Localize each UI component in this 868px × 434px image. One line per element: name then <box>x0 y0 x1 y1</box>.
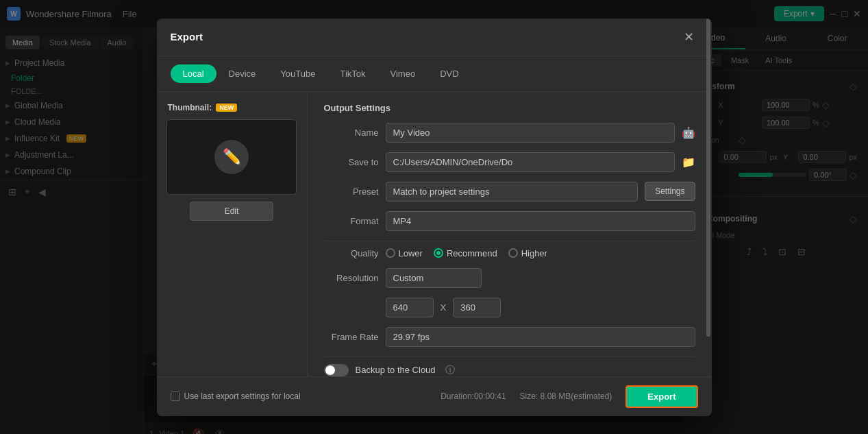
resolution-select[interactable]: Custom <box>386 268 482 288</box>
preset-select[interactable]: Match to project settings <box>386 182 638 202</box>
name-input[interactable] <box>386 123 675 143</box>
tab-device[interactable]: Device <box>216 64 269 83</box>
resolution-row: Resolution Custom <box>324 268 695 288</box>
quality-radio-group: Lower Recommend Higher <box>386 248 695 258</box>
quality-higher[interactable]: Higher <box>508 248 547 258</box>
dialog-title: Export <box>171 31 203 43</box>
export-dialog: Export ✕ Local Device YouTube TikTok Vim… <box>157 19 712 416</box>
thumbnail-badge: NEW <box>216 104 237 112</box>
frame-rate-row: Frame Rate 29.97 fps <box>324 327 695 347</box>
tab-vimeo[interactable]: Vimeo <box>378 64 428 83</box>
quality-row: Quality Lower Recommend Higher <box>324 248 695 258</box>
dialog-body: Thumbnail: NEW ✏️ Edit Output Settings <box>157 92 712 376</box>
quality-label: Quality <box>324 248 379 258</box>
thumbnail-label: Thumbnail: NEW <box>168 103 238 112</box>
format-select[interactable]: MP4 <box>386 211 695 231</box>
save-to-label: Save to <box>324 157 379 167</box>
radio-higher-circle <box>508 248 518 258</box>
x-separator: X <box>441 302 447 313</box>
radio-lower-circle <box>386 248 395 258</box>
dialog-header: Export ✕ <box>157 19 712 56</box>
name-label: Name <box>324 128 379 138</box>
tab-youtube[interactable]: YouTube <box>268 64 327 83</box>
dialog-left: Thumbnail: NEW ✏️ Edit <box>157 92 308 376</box>
ai-icon[interactable]: 🤖 <box>682 126 695 139</box>
tab-tiktok[interactable]: TikTok <box>327 64 377 83</box>
thumbnail-preview: ✏️ <box>166 119 297 195</box>
name-row: Name 🤖 <box>324 123 695 143</box>
scrollbar[interactable] <box>706 92 710 376</box>
width-input[interactable] <box>386 298 434 317</box>
folder-icon[interactable]: 📁 <box>682 156 695 169</box>
frame-rate-select[interactable]: 29.97 fps <box>386 327 695 347</box>
pencil-icon: ✏️ <box>223 148 241 166</box>
radio-recommend-circle <box>434 248 443 258</box>
dialog-tabs: Local Device YouTube TikTok Vimeo DVD <box>157 56 712 92</box>
save-to-input[interactable] <box>386 152 675 172</box>
settings-divider <box>324 241 695 241</box>
backup-info-icon[interactable]: ⓘ <box>445 364 455 376</box>
duration-label: Duration:00:00:41 <box>441 391 506 401</box>
modal-overlay: Export ✕ Local Device YouTube TikTok Vim… <box>0 0 868 434</box>
dimensions-row: X <box>324 298 695 317</box>
quality-lower[interactable]: Lower <box>386 248 423 258</box>
quality-recommend[interactable]: Recommend <box>434 248 497 258</box>
format-row: Format MP4 <box>324 211 695 231</box>
backup-label: Backup to the Cloud <box>356 365 436 375</box>
height-input[interactable] <box>453 298 501 317</box>
resolution-label: Resolution <box>324 273 379 283</box>
save-to-row: Save to 📁 <box>324 152 695 172</box>
tab-local[interactable]: Local <box>171 64 216 83</box>
scrollbar-thumb <box>706 92 710 337</box>
preset-label: Preset <box>324 186 379 197</box>
settings-button[interactable]: Settings <box>645 182 695 201</box>
res-inputs: Custom <box>386 268 695 288</box>
format-label: Format <box>324 216 379 226</box>
use-last-settings: Use last export settings for local <box>171 391 301 401</box>
preset-row: Preset Match to project settings Setting… <box>324 182 695 202</box>
quality-lower-label: Lower <box>399 248 423 258</box>
size-label: Size: 8.08 MB(estimated) <box>520 391 612 401</box>
use-last-label: Use last export settings for local <box>184 391 301 401</box>
toggles-divider <box>324 357 695 357</box>
backup-toggle-knob <box>325 365 335 375</box>
use-last-checkbox[interactable] <box>171 391 180 401</box>
output-settings-title: Output Settings <box>324 103 695 113</box>
tab-dvd[interactable]: DVD <box>427 64 471 83</box>
edit-thumbnail-button[interactable]: Edit <box>190 202 274 221</box>
quality-higher-label: Higher <box>521 248 547 258</box>
quality-recommend-label: Recommend <box>447 248 497 258</box>
backup-toggle[interactable] <box>324 364 349 376</box>
dialog-footer: Use last export settings for local Durat… <box>157 376 712 416</box>
export-button[interactable]: Export <box>625 385 697 408</box>
close-icon[interactable]: ✕ <box>680 28 698 46</box>
backup-row: Backup to the Cloud ⓘ <box>324 364 695 376</box>
thumbnail-icon: ✏️ <box>214 140 249 174</box>
dialog-right: Output Settings Name 🤖 Save to 📁 Preset <box>308 92 712 376</box>
frame-rate-label: Frame Rate <box>324 332 379 342</box>
